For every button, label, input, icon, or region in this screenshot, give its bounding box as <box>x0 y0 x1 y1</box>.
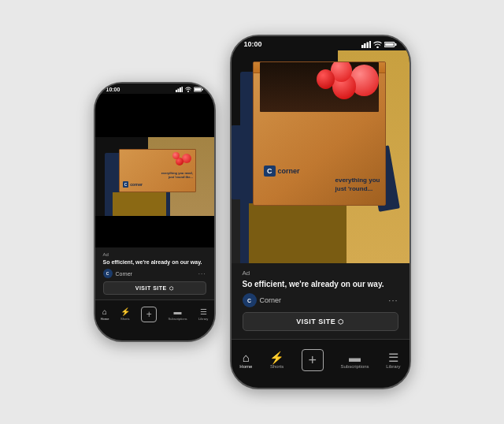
advertiser-info-small: C Corner <box>103 269 132 278</box>
svg-rect-3 <box>181 87 183 92</box>
video-bottom-black-small <box>95 216 214 247</box>
status-bar-small: 10:00 <box>95 84 214 94</box>
status-icons-large <box>361 41 397 48</box>
svg-rect-9 <box>364 43 366 48</box>
advertiser-row-small: C Corner ··· <box>103 269 206 278</box>
nav-subscriptions-large[interactable]: ▬ Subscriptions <box>341 351 369 369</box>
visit-site-btn-small[interactable]: VISIT SITE ⬡ <box>103 281 206 295</box>
ad-title-small: So efficient, we're already on our way. <box>103 258 206 266</box>
advertiser-avatar-small: C <box>103 269 113 278</box>
video-content-large: C corner everything youjust 'round... <box>232 50 410 263</box>
advertiser-avatar-large: C <box>243 293 257 307</box>
svg-rect-2 <box>180 87 181 92</box>
nav-home-small[interactable]: ⌂ Home <box>101 308 109 321</box>
advertiser-info-large: C Corner <box>243 293 282 307</box>
nav-home-large[interactable]: ⌂ Home <box>239 351 252 369</box>
create-plus-small[interactable]: + <box>141 307 157 322</box>
svg-rect-15 <box>395 43 396 46</box>
bottom-nav-large: ⌂ Home ⚡ Shorts + ▬ Subscriptions ☰ Libr… <box>232 339 410 380</box>
nav-subscriptions-small[interactable]: ▬ Subscriptions <box>169 308 187 321</box>
svg-rect-0 <box>176 90 177 92</box>
visit-site-btn-large[interactable]: VISIT SITE ⬡ <box>243 312 398 331</box>
signal-icon <box>176 87 183 92</box>
subscriptions-icon-small: ▬ <box>174 308 182 316</box>
shorts-icon-large: ⚡ <box>269 351 284 363</box>
home-icon-large: ⌂ <box>243 351 250 363</box>
signal-icon-large <box>361 41 371 48</box>
shorts-icon-small: ⚡ <box>120 308 130 316</box>
ad-section-large: Ad So efficient, we're already on our wa… <box>232 263 410 339</box>
wifi-icon <box>185 87 191 92</box>
phone-large: 10:00 <box>230 35 411 389</box>
time-large: 10:00 <box>244 40 262 48</box>
subscriptions-icon-large: ▬ <box>349 351 361 363</box>
external-link-icon-small: ⬡ <box>169 285 174 291</box>
svg-rect-8 <box>361 45 364 48</box>
more-dots-large[interactable]: ··· <box>388 296 398 305</box>
ad-section-small: Ad So efficient, we're already on our wa… <box>95 247 214 299</box>
nav-library-large[interactable]: ☰ Library <box>386 351 400 369</box>
battery-icon-large <box>384 41 397 48</box>
phone-small: 10:00 <box>94 82 216 342</box>
time-small: 10:00 <box>106 87 120 92</box>
video-content-small: C corner everything you need,just 'round… <box>95 137 214 216</box>
advertiser-name-small: Corner <box>116 271 132 277</box>
advertiser-row-large: C Corner ··· <box>243 293 398 307</box>
external-link-icon-large: ⬡ <box>338 318 344 325</box>
video-top-black-small <box>95 94 214 137</box>
svg-rect-1 <box>177 89 179 93</box>
wifi-icon-large <box>373 41 382 48</box>
nav-create-large[interactable]: + <box>302 349 324 371</box>
ad-title-large: So efficient, we're already on our way. <box>243 279 398 289</box>
svg-rect-6 <box>195 88 201 91</box>
home-icon-small: ⌂ <box>102 308 107 316</box>
nav-shorts-small[interactable]: ⚡ Shorts <box>120 308 130 321</box>
nav-shorts-large[interactable]: ⚡ Shorts <box>269 351 284 369</box>
nav-library-small[interactable]: ☰ Library <box>198 308 208 321</box>
library-icon-small: ☰ <box>200 308 207 316</box>
advertiser-name-large: Corner <box>260 296 282 304</box>
nav-create-small[interactable]: + <box>141 307 157 322</box>
svg-point-4 <box>187 91 189 92</box>
more-dots-small[interactable]: ··· <box>198 270 206 277</box>
svg-rect-7 <box>202 89 203 91</box>
ad-label-small: Ad <box>103 252 206 257</box>
ad-label-large: Ad <box>243 270 398 277</box>
bottom-nav-small: ⌂ Home ⚡ Shorts + ▬ Subscriptions ☰ Libr… <box>95 299 214 328</box>
status-icons-small <box>176 87 203 92</box>
create-plus-large[interactable]: + <box>302 349 324 371</box>
library-icon-large: ☰ <box>388 351 398 363</box>
page-container: 10:00 <box>0 0 504 424</box>
svg-rect-10 <box>366 42 369 48</box>
svg-rect-11 <box>369 41 371 48</box>
svg-rect-14 <box>385 43 394 46</box>
svg-point-12 <box>376 46 379 47</box>
status-bar-large: 10:00 <box>232 36 410 50</box>
battery-icon <box>194 87 203 92</box>
